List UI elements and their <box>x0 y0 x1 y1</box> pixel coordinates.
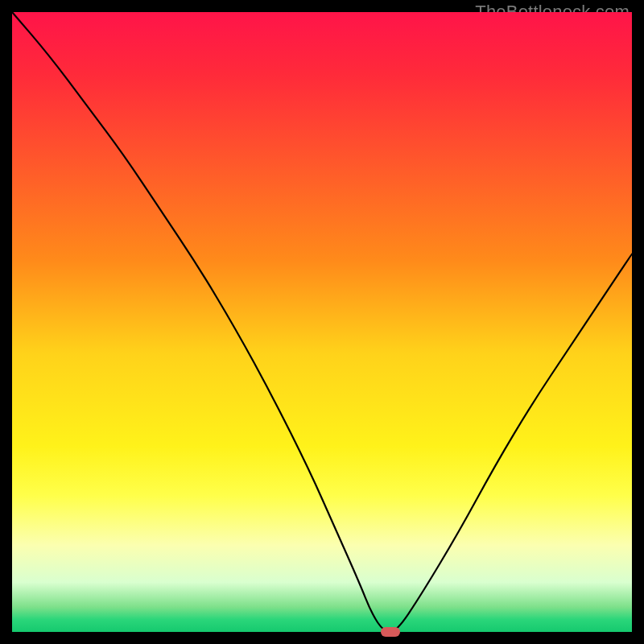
optimal-point-marker <box>381 627 400 637</box>
bottleneck-curve <box>12 12 632 632</box>
curve-svg <box>12 12 632 632</box>
chart-container: TheBottleneck.com <box>0 0 644 644</box>
